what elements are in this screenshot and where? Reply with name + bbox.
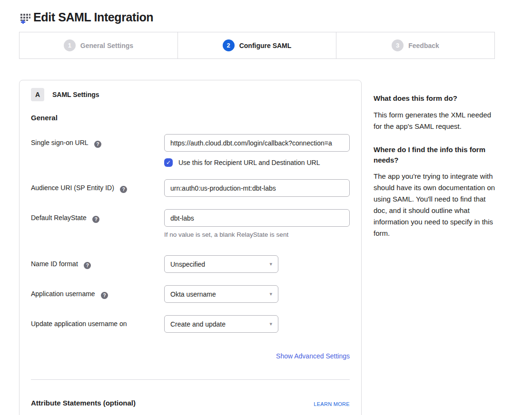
- help-sidebar: What does this form do? This form genera…: [374, 80, 495, 251]
- application-username-selected-value: Okta username: [170, 290, 216, 298]
- show-advanced-settings-link[interactable]: Show Advanced Settings: [276, 352, 350, 360]
- sso-recipient-checkbox-row: ✓ Use this for Recipient URL and Destina…: [164, 158, 350, 167]
- wizard-step-configure-saml[interactable]: 2 Configure SAML: [177, 32, 336, 59]
- page-header: Edit SAML Integration: [19, 10, 513, 24]
- step-number-badge: 2: [223, 39, 235, 51]
- step-label: Feedback: [408, 42, 439, 49]
- step-number-badge: 1: [64, 39, 76, 51]
- help-icon[interactable]: ?: [94, 141, 101, 148]
- relay-state-label: Default RelayState: [31, 214, 87, 222]
- learn-more-link[interactable]: LEARN MORE: [314, 401, 350, 407]
- form-row-application-username: Application username ? Okta username ▾: [31, 285, 350, 303]
- help-icon[interactable]: ?: [84, 262, 91, 269]
- attribute-statements-title: Attribute Statements (optional): [31, 399, 136, 407]
- help-heading-what: What does this form do?: [374, 93, 495, 104]
- chevron-down-icon: ▾: [269, 261, 272, 267]
- recipient-url-checkbox-label: Use this for Recipient URL and Destinati…: [178, 159, 320, 166]
- section-title: SAML Settings: [52, 91, 99, 98]
- name-id-format-selected-value: Unspecified: [170, 261, 205, 268]
- chevron-down-icon: ▾: [269, 291, 272, 297]
- update-username-on-select[interactable]: Create and update ▾: [164, 315, 278, 333]
- step-label: Configure SAML: [239, 42, 292, 49]
- name-id-format-label: Name ID format: [31, 260, 78, 268]
- help-heading-where: Where do I find the info this form needs…: [374, 145, 495, 165]
- section-letter-badge: A: [31, 88, 44, 101]
- sso-url-label: Single sign-on URL: [31, 139, 89, 146]
- step-number-badge: 3: [392, 39, 404, 51]
- name-id-format-select[interactable]: Unspecified ▾: [164, 255, 278, 273]
- audience-uri-label: Audience URI (SP Entity ID): [31, 184, 114, 192]
- step-label: General Settings: [80, 42, 133, 49]
- attribute-statements-header: Attribute Statements (optional) LEARN MO…: [31, 399, 350, 407]
- form-row-sso-url: Single sign-on URL ? ✓ Use this for Reci…: [31, 134, 350, 167]
- help-body-what: This form generates the XML needed for t…: [374, 109, 495, 132]
- relay-state-input[interactable]: [164, 209, 350, 227]
- application-username-select[interactable]: Okta username ▾: [164, 285, 278, 303]
- wizard-step-general-settings[interactable]: 1 General Settings: [19, 32, 178, 59]
- chevron-down-icon: ▾: [269, 321, 272, 327]
- help-icon[interactable]: ?: [92, 216, 99, 223]
- sso-url-input[interactable]: [164, 134, 350, 152]
- application-username-label: Application username: [31, 290, 95, 298]
- form-row-name-id-format: Name ID format ? Unspecified ▾: [31, 255, 350, 273]
- saml-settings-header: A SAML Settings: [31, 88, 350, 101]
- form-row-audience-uri: Audience URI (SP Entity ID) ?: [31, 179, 350, 197]
- recipient-url-checkbox[interactable]: ✓: [164, 158, 173, 167]
- app-grid-icon: [19, 11, 31, 24]
- update-username-on-label: Update application username on: [31, 320, 127, 328]
- wizard-steps: 1 General Settings 2 Configure SAML 3 Fe…: [19, 32, 495, 59]
- wizard-step-feedback[interactable]: 3 Feedback: [336, 32, 495, 59]
- form-row-update-username-on: Update application username on Create an…: [31, 315, 350, 333]
- help-icon[interactable]: ?: [101, 292, 108, 299]
- general-group-heading: General: [31, 114, 350, 122]
- content-columns: A SAML Settings General Single sign-on U…: [19, 80, 513, 415]
- help-body-where: The app you're trying to integrate with …: [374, 171, 495, 239]
- relay-state-hint: If no value is set, a blank RelayState i…: [164, 231, 350, 238]
- saml-settings-card: A SAML Settings General Single sign-on U…: [19, 80, 362, 415]
- audience-uri-input[interactable]: [164, 179, 350, 197]
- update-username-on-selected-value: Create and update: [170, 320, 226, 328]
- form-row-relay-state: Default RelayState ? If no value is set,…: [31, 209, 350, 238]
- help-icon[interactable]: ?: [120, 186, 127, 193]
- page-title: Edit SAML Integration: [33, 10, 153, 24]
- edit-saml-integration-page: Edit SAML Integration 1 General Settings…: [0, 0, 532, 415]
- section-divider: [31, 379, 350, 380]
